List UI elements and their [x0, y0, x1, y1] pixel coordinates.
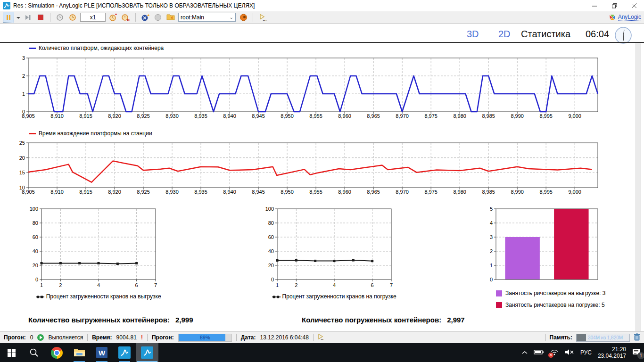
unloaded-containers-total: Количество выгруженных контейнеров:2,999	[28, 316, 193, 324]
restore-button[interactable]	[604, 0, 624, 11]
garbage-collect-button[interactable]	[634, 333, 640, 342]
viewport-select[interactable]: root:Main ⌄	[178, 13, 236, 22]
speed-up-icon[interactable]	[108, 12, 118, 22]
svg-text:7: 7	[154, 282, 157, 288]
date-label: Дата:	[241, 334, 256, 341]
svg-text:8,965: 8,965	[367, 189, 380, 195]
navigate-up-icon[interactable]	[165, 12, 176, 22]
legend-square-line-marker	[36, 295, 44, 299]
taskbar-anylogic-button[interactable]	[113, 343, 136, 362]
svg-text:0: 0	[35, 277, 38, 282]
action-center-button[interactable]: 1	[632, 348, 641, 357]
svg-text:8,970: 8,970	[396, 113, 409, 119]
date-value: 13.12.2016 6:04:48	[260, 334, 308, 341]
window-controls	[585, 0, 644, 11]
real-time-icon[interactable]	[121, 12, 131, 22]
svg-text:60: 60	[268, 234, 274, 240]
svg-text:8,930: 8,930	[165, 189, 179, 195]
anylogic-icon	[118, 346, 131, 359]
start-button[interactable]	[0, 343, 23, 362]
legend-color-swatch	[496, 290, 502, 296]
svg-text:80: 80	[268, 220, 274, 226]
svg-text:8,940: 8,940	[223, 189, 236, 195]
unloaded-value: 2,999	[175, 316, 193, 324]
chart-crane-unload-utilization: 02040608010012467	[14, 206, 177, 291]
svg-text:60: 60	[33, 234, 38, 240]
experiment-run-icon[interactable]: ...	[318, 334, 324, 342]
svg-text:8,965: 8,965	[367, 113, 380, 119]
svg-text:40: 40	[33, 248, 38, 254]
svg-text:20: 20	[33, 263, 38, 268]
memory-label: Память:	[550, 334, 572, 341]
anylogic-window: Res : Simulation - AnyLogic PLE [ИСПОЛЬЗ…	[0, 0, 644, 362]
toolbar-divider	[0, 24, 644, 24]
language-indicator[interactable]: РУС	[580, 349, 592, 356]
toolbar-separator	[135, 13, 136, 22]
legend-reachstacker-load: Занятость ричстакеров на погрузке: 5	[496, 302, 605, 308]
svg-text:8,905: 8,905	[22, 113, 35, 119]
svg-text:8,955: 8,955	[309, 113, 322, 119]
svg-text:15: 15	[19, 170, 25, 175]
loaded-containers-total: Количество погруженных контейнеров:2,997	[302, 316, 465, 324]
anylogic-brand[interactable]: AnyLogic	[609, 14, 641, 21]
close-button[interactable]	[624, 0, 644, 11]
vertical-scrollbar[interactable]	[636, 43, 641, 331]
svg-text:8,915: 8,915	[79, 189, 92, 195]
svg-text:8,945: 8,945	[252, 113, 265, 119]
taskbar-explorer-button[interactable]	[68, 343, 91, 362]
legend-line-marker	[29, 133, 36, 134]
svg-text:9,000: 9,000	[568, 189, 581, 195]
svg-text:80: 80	[33, 220, 38, 226]
svg-text:...: ...	[263, 16, 266, 21]
view-statistics-label[interactable]: Статистика	[521, 29, 570, 40]
svg-text:8,930: 8,930	[165, 113, 179, 119]
taskbar-search-button[interactable]	[23, 343, 45, 362]
chart-platforms-waiting: 01238,9058,9108,9158,9208,9258,9308,9358…	[0, 55, 618, 122]
run-progress-bar: 89%	[178, 334, 232, 342]
svg-text:8,920: 8,920	[108, 189, 121, 195]
time-label: Время:	[92, 334, 112, 341]
view-3d-link[interactable]: 3D	[467, 29, 479, 40]
taskbar-anylogic-active-button[interactable]	[136, 343, 158, 362]
memory-bar: 304M из 1,820M	[576, 334, 630, 342]
legend-label: Занятость ричстакеров на выгрузке: 3	[505, 290, 605, 296]
statusbar-separator	[147, 334, 148, 341]
volume-muted-icon[interactable]	[565, 349, 574, 357]
svg-text:7: 7	[390, 282, 393, 288]
scale-time-icon[interactable]	[67, 12, 78, 22]
svg-text:4: 4	[333, 282, 336, 288]
legend-label: Количество платформ, ожидающих контейнер…	[39, 45, 164, 51]
run-dropdown-arrow-icon[interactable]	[17, 14, 20, 21]
network-disconnected-icon[interactable]: ✕	[550, 349, 559, 357]
taskbar-chrome-button[interactable]	[45, 343, 68, 362]
virtual-time-icon[interactable]	[55, 12, 65, 22]
tray-chevron-up-icon[interactable]	[522, 349, 528, 356]
svg-text:8,960: 8,960	[338, 189, 351, 195]
statusbar-separator	[313, 334, 314, 341]
step-button[interactable]	[23, 12, 33, 22]
svg-text:2: 2	[59, 282, 62, 288]
taskbar-word-button[interactable]: W	[91, 343, 113, 362]
svg-text:3: 3	[490, 234, 493, 240]
svg-text:100: 100	[30, 206, 38, 212]
svg-text:8,945: 8,945	[252, 189, 265, 195]
pause-button[interactable]	[3, 12, 14, 23]
stop-button[interactable]	[35, 12, 46, 22]
view-2d-link[interactable]: 2D	[498, 29, 511, 40]
snapshot-icon[interactable]	[140, 12, 150, 22]
svg-text:2: 2	[490, 248, 493, 254]
battery-icon[interactable]	[534, 349, 544, 356]
run-experiment-icon[interactable]: ...	[257, 12, 268, 22]
svg-text:8,940: 8,940	[223, 113, 236, 119]
inspect-icon[interactable]	[153, 12, 163, 22]
minimize-button[interactable]	[585, 0, 604, 11]
presentation-icon[interactable]	[238, 12, 248, 22]
svg-text:40: 40	[268, 248, 274, 254]
svg-text:0: 0	[271, 277, 274, 282]
svg-text:8,950: 8,950	[281, 189, 294, 195]
tray-clock[interactable]: 21:20 23.04.2017	[598, 346, 626, 360]
run-count: 0	[30, 334, 33, 341]
word-icon: W	[96, 347, 107, 358]
toolbar-separator	[253, 13, 253, 22]
legend-crane-unload: Процент загруженности кранов на выгрузке	[28, 293, 169, 300]
